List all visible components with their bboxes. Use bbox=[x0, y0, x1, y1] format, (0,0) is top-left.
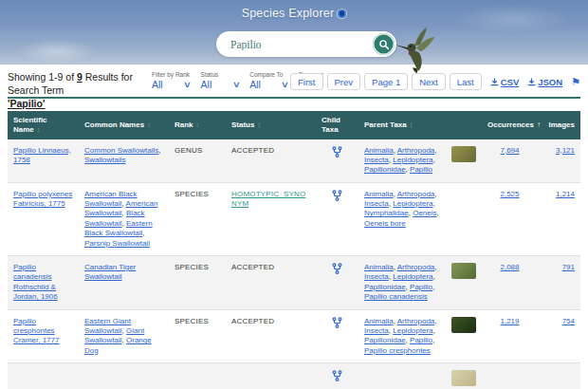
taxa-link[interactable]: Papilionidae bbox=[364, 165, 406, 174]
download-csv-link[interactable]: CSV bbox=[490, 77, 520, 87]
taxa-link[interactable]: Arthropoda bbox=[397, 263, 435, 271]
taxa-link[interactable]: Lepidoptera bbox=[393, 156, 432, 164]
taxa-link[interactable]: Papilio bbox=[410, 336, 432, 344]
filter-rank-select[interactable]: All ∨ bbox=[152, 79, 191, 90]
last-page-button[interactable]: Last bbox=[450, 73, 482, 90]
status-cell: ACCEPTED bbox=[231, 146, 274, 155]
search-input[interactable] bbox=[216, 39, 373, 50]
sort-icon: ↕ bbox=[410, 121, 413, 128]
taxa-link[interactable]: Oeneis bbox=[413, 209, 436, 217]
scientific-name-link[interactable]: Papilio polyxenes Fabricius, 1775 bbox=[13, 190, 72, 208]
taxa-link[interactable]: Insecta bbox=[364, 326, 389, 335]
taxa-link[interactable]: Papilio cresphontes bbox=[364, 346, 431, 355]
taxa-link[interactable]: Papilio bbox=[410, 165, 432, 174]
taxa-link[interactable]: Papilio canadensis bbox=[364, 292, 428, 301]
child-taxa-icon[interactable] bbox=[332, 263, 342, 277]
scientific-name-link[interactable]: Papilio cresphontes Cramer, 1777 bbox=[13, 317, 59, 345]
taxa-link[interactable]: Lepidoptera bbox=[393, 199, 432, 208]
results-summary: Showing 1-9 of 9 Results for Search Term… bbox=[8, 70, 152, 111]
taxa-link[interactable]: Arthropoda bbox=[397, 190, 435, 198]
species-thumbnail[interactable] bbox=[451, 317, 476, 333]
images-link[interactable]: 754 bbox=[562, 317, 575, 325]
species-thumbnail[interactable] bbox=[451, 146, 476, 162]
scientific-name-link[interactable]: Papilio Linnaeus, 1758 bbox=[13, 146, 71, 164]
rank-cell: SPECIES bbox=[169, 182, 226, 255]
filter-compare-select[interactable]: All ∨ bbox=[249, 79, 288, 90]
filter-compare: Compare To All ∨ bbox=[249, 71, 288, 90]
taxa-link[interactable]: Insecta bbox=[364, 272, 389, 281]
taxa-link[interactable]: Papilionidae bbox=[364, 283, 406, 291]
occurrences-link[interactable]: 2,088 bbox=[500, 263, 519, 271]
search-bar bbox=[216, 31, 396, 57]
taxa-link[interactable]: Swallowtails bbox=[84, 156, 126, 164]
taxa-link[interactable]: Common Swallowtails bbox=[84, 146, 158, 155]
sort-icon: ↕ bbox=[257, 121, 261, 128]
page-title-text: Species Explorer bbox=[242, 7, 335, 20]
taxa-link[interactable]: Insecta bbox=[364, 199, 389, 208]
filter-status: Status All ∨ bbox=[201, 71, 240, 90]
taxa-link[interactable]: Animalia bbox=[364, 146, 394, 155]
taxa-link[interactable]: Arthropoda bbox=[397, 317, 435, 325]
col-images[interactable]: Images bbox=[538, 111, 580, 139]
child-taxa-icon[interactable] bbox=[332, 146, 342, 160]
col-common-names[interactable]: Common Names↕ bbox=[79, 111, 169, 139]
next-page-button[interactable]: Next bbox=[412, 73, 446, 90]
images-link[interactable]: 1,214 bbox=[556, 190, 575, 198]
taxa-link[interactable]: Eastern Giant Swallowtail bbox=[84, 317, 131, 335]
results-toolbar: Showing 1-9 of 9 Results for Search Term… bbox=[0, 65, 588, 97]
filter-rank-label: Filter by Rank bbox=[152, 71, 191, 78]
species-thumbnail[interactable] bbox=[451, 263, 476, 279]
child-taxa-icon[interactable] bbox=[332, 370, 342, 384]
col-scientific-name[interactable]: Scientific Name↕ bbox=[8, 111, 79, 139]
taxa-link[interactable]: Nymphalidae bbox=[364, 209, 409, 217]
sort-icon: ↕ bbox=[147, 121, 151, 128]
child-taxa-icon[interactable] bbox=[332, 190, 342, 204]
child-taxa-icon[interactable] bbox=[332, 317, 342, 331]
taxa-link[interactable]: Oeneis bore bbox=[364, 219, 406, 228]
images-link[interactable]: 791 bbox=[562, 263, 575, 271]
prev-page-button[interactable]: Prev bbox=[327, 73, 361, 90]
taxa-link[interactable]: Animalia bbox=[364, 190, 394, 198]
results-table: Scientific Name↕ Common Names↕ Rank↕ Sta… bbox=[8, 111, 580, 389]
table-header-row: Scientific Name↕ Common Names↕ Rank↕ Sta… bbox=[8, 111, 580, 139]
taxa-link[interactable]: Animalia bbox=[364, 263, 394, 271]
occurrences-link[interactable]: 1,219 bbox=[500, 317, 519, 325]
common-names-cell: Common Swallowtails, Swallowtails bbox=[79, 139, 169, 183]
taxa-link[interactable]: Papilio bbox=[410, 283, 432, 291]
taxa-link[interactable]: Arthropoda bbox=[397, 146, 435, 155]
occurrences-link[interactable]: 2,525 bbox=[500, 190, 519, 198]
col-parent-taxa[interactable]: Parent Taxa↕ bbox=[358, 111, 446, 139]
taxa-link[interactable]: Papilionidae bbox=[364, 336, 406, 344]
flag-icon[interactable]: ⚑ bbox=[571, 77, 580, 87]
parent-taxa-cell: Animalia, Arthropoda, Insecta, Lepidopte… bbox=[358, 182, 446, 255]
col-occurrences[interactable]: Occurrences↑ bbox=[482, 111, 538, 139]
col-rank[interactable]: Rank↕ bbox=[169, 111, 226, 139]
filter-status-select[interactable]: All ∨ bbox=[201, 79, 240, 90]
col-status[interactable]: Status↕ bbox=[226, 111, 316, 139]
table-row: Papilio cresphontes Cramer, 1777 Eastern… bbox=[8, 309, 580, 363]
sort-active-icon: ↑ bbox=[537, 120, 541, 129]
taxa-link[interactable]: Lepidoptera bbox=[393, 272, 432, 281]
occurrences-link[interactable]: 7,694 bbox=[500, 146, 519, 155]
taxa-link[interactable]: Parsnip Swallowtail bbox=[84, 239, 150, 248]
first-page-button[interactable]: First bbox=[290, 73, 322, 90]
taxa-link[interactable]: Lepidoptera bbox=[393, 326, 432, 335]
download-json-link[interactable]: JSON bbox=[527, 77, 562, 87]
filter-rank: Filter by Rank All ∨ bbox=[152, 71, 191, 90]
taxa-link[interactable]: Animalia bbox=[364, 317, 394, 325]
taxa-link[interactable]: Insecta bbox=[364, 156, 389, 164]
status-cell[interactable]: HOMOTYPIC_SYNONYM bbox=[231, 190, 305, 208]
search-term-link[interactable]: 'Papilio' bbox=[8, 98, 45, 109]
taxa-link[interactable]: Canadian Tiger Swallowtail bbox=[84, 263, 136, 281]
download-icon bbox=[490, 78, 499, 86]
download-icon bbox=[527, 78, 536, 86]
scientific-name-link[interactable]: Papilio canadensis Rothschild & Jordan, … bbox=[13, 263, 58, 301]
table-row: Papilio polyxenes Fabricius, 1775 Americ… bbox=[8, 182, 580, 255]
species-thumbnail[interactable] bbox=[451, 370, 476, 386]
info-icon[interactable] bbox=[338, 9, 346, 18]
rank-cell: GENUS bbox=[169, 139, 226, 183]
current-page-button[interactable]: Page 1 bbox=[364, 73, 408, 90]
images-link[interactable]: 3,121 bbox=[556, 146, 575, 155]
page-title: Species Explorer bbox=[0, 7, 588, 20]
rank-cell bbox=[169, 363, 226, 389]
